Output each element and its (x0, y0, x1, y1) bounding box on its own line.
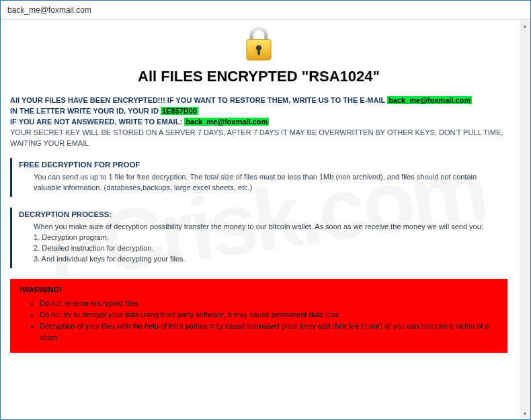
lock-icon-wrap (10, 24, 507, 65)
victim-id: 1E857D00 (161, 107, 198, 115)
scroll-up-arrow-icon[interactable]: ▴ (520, 21, 530, 30)
window-title-text: back_me@foxmail.com (7, 5, 91, 15)
lock-icon (239, 24, 278, 62)
intro-line1: All YOUR FILES HAVE BEEN ENCRYPTED!!! IF… (10, 96, 387, 104)
contact-email-2: back_me@foxmail.com (184, 118, 269, 126)
proof-title: FREE DECRYPTION FOR PROOF (19, 161, 502, 169)
headline: All FILES ENCRYPTED "RSA1024" (10, 68, 507, 85)
warning-item-3: Decryption of your files with the help o… (40, 321, 498, 343)
svg-rect-2 (257, 49, 260, 55)
intro-line3: IF YOU ARE NOT ANSWERED, WRITE TO EMAIL: (10, 118, 184, 126)
process-lead: When you make sure of decryption possibi… (34, 221, 502, 232)
vertical-scrollbar[interactable]: ▴ ▾ (520, 19, 530, 419)
warning-section: !WARNING! Do not rename encrypted files.… (10, 279, 507, 353)
warning-item-1: Do not rename encrypted files. (40, 298, 498, 309)
intro-line2: IN THE LETTER WRITE YOUR ID, YOUR ID (10, 107, 161, 115)
contact-email-1: back_me@foxmail.com (387, 96, 472, 104)
intro-block: All YOUR FILES HAVE BEEN ENCRYPTED!!! IF… (10, 95, 507, 149)
warning-item-2: Do not try to decrypt your data using th… (40, 309, 498, 321)
process-title: DECRYPTION PROCESS: (19, 210, 502, 218)
scroll-down-arrow-icon[interactable]: ▾ (520, 409, 530, 418)
process-section: DECRYPTION PROCESS: When you make sure o… (10, 208, 507, 268)
warning-title: !WARNING! (19, 286, 498, 294)
process-step-2: 2. Detailed instruction for decryption. (34, 243, 502, 253)
ransom-note-body: All FILES ENCRYPTED "RSA1024" All YOUR F… (1, 19, 520, 419)
process-step-1: 1. Decryption program. (34, 232, 502, 243)
intro-line4: YOUR SECRET KEY WILL BE STORED ON A SERV… (10, 127, 507, 149)
proof-body: You can send us up to 1 file for free de… (19, 171, 502, 193)
window-titlebar: back_me@foxmail.com (1, 1, 530, 19)
process-step-3: 3. And individual keys for decrypting yo… (34, 253, 502, 264)
proof-section: FREE DECRYPTION FOR PROOF You can send u… (10, 158, 507, 197)
